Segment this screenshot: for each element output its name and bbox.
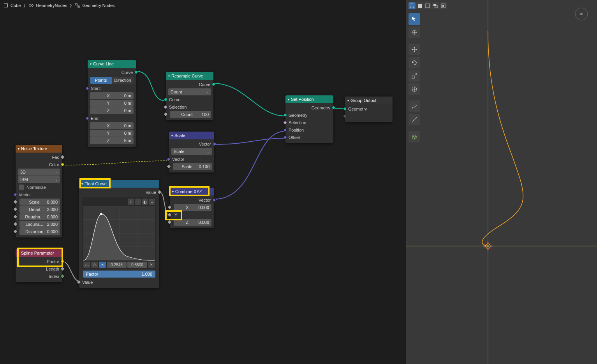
socket-float-in[interactable] xyxy=(167,220,172,225)
clip-icon[interactable]: ◐ xyxy=(142,199,148,205)
select-subtract-icon[interactable] xyxy=(440,2,447,9)
socket-vector-out[interactable] xyxy=(212,198,216,202)
mode-direction-button[interactable]: Direction xyxy=(112,77,134,84)
x-field[interactable]: X0.000 xyxy=(174,204,211,211)
node-set-position[interactable]: ▾ Set Position Geometry Geometry Selecti… xyxy=(285,95,333,143)
socket-float-in[interactable] xyxy=(13,199,18,204)
curve-widget[interactable]: + − ◐ ⌄ xyxy=(82,197,156,269)
socket-int-in[interactable] xyxy=(163,112,168,117)
crumb-nodetree[interactable]: Geometry Nodes xyxy=(75,3,114,8)
socket-bool-in[interactable] xyxy=(163,105,167,109)
node-header[interactable]: ▾ Noise Texture xyxy=(16,145,62,153)
socket-geometry-out[interactable] xyxy=(134,70,138,74)
node-header[interactable]: ▾ Combine XYZ xyxy=(170,188,214,195)
zoom-out-icon[interactable]: − xyxy=(135,199,141,205)
node-header[interactable]: ▾ Scale xyxy=(169,132,214,139)
socket-virtual-in[interactable] xyxy=(343,114,347,118)
tool-cursor[interactable] xyxy=(409,26,420,38)
node-combine-xyz[interactable]: ▾ Combine XYZ Vector X0.000 Y Z0.000 xyxy=(170,188,214,228)
curve-graph[interactable] xyxy=(83,206,155,260)
end-z-field[interactable]: Z5 m xyxy=(90,137,134,144)
checkbox-icon[interactable] xyxy=(19,185,24,190)
socket-bool-in[interactable] xyxy=(283,120,287,125)
lacunarity-field[interactable]: Lacuna...2.000 xyxy=(19,221,60,228)
socket-float-in[interactable] xyxy=(167,212,172,217)
node-group-output[interactable]: ▾ Group Output Geometry xyxy=(345,97,393,122)
tool-select-box[interactable] xyxy=(409,13,420,25)
node-header[interactable]: ▾ Set Position xyxy=(285,95,333,103)
socket-float-in[interactable] xyxy=(13,207,18,212)
socket-geometry-out[interactable] xyxy=(332,106,335,109)
node-editor-canvas[interactable]: ▾ Curve Line Curve Points Direction Star… xyxy=(0,12,406,364)
roughness-field[interactable]: Roughn...0.000 xyxy=(19,213,60,220)
tool-measure[interactable] xyxy=(409,114,420,125)
handle-vector-icon[interactable] xyxy=(91,262,98,268)
socket-float-in[interactable] xyxy=(13,214,18,219)
node-float-curve[interactable]: ▾ Float Curve Value + − ◐ ⌄ xyxy=(79,180,159,288)
node-header[interactable]: ▾ Float Curve xyxy=(79,180,159,188)
socket-vector-in[interactable] xyxy=(283,128,287,132)
socket-float-out[interactable] xyxy=(60,259,65,264)
select-none-icon[interactable] xyxy=(424,2,431,9)
socket-int-out[interactable] xyxy=(60,274,65,279)
viewport-nav-gizmo[interactable] xyxy=(574,7,588,21)
handle-auto-icon[interactable] xyxy=(83,262,90,268)
node-header[interactable]: ▾ Spline Parameter xyxy=(16,249,62,257)
factor-slider[interactable]: Factor 1.000 xyxy=(83,271,155,278)
detail-field[interactable]: Detail2.000 xyxy=(19,206,60,213)
select-extend-icon[interactable] xyxy=(432,2,439,9)
socket-vector-out[interactable] xyxy=(212,142,217,146)
start-x-field[interactable]: X0 m xyxy=(90,92,134,99)
socket-geometry-in[interactable] xyxy=(164,98,167,101)
node-curve-line[interactable]: ▾ Curve Line Curve Points Direction Star… xyxy=(88,60,136,147)
socket-float-in[interactable] xyxy=(166,164,171,169)
socket-float-in[interactable] xyxy=(13,229,18,234)
tool-annotate[interactable] xyxy=(409,100,420,112)
tool-add-primitive[interactable] xyxy=(409,131,420,142)
z-field[interactable]: Z0.000 xyxy=(174,219,211,226)
socket-float-out[interactable] xyxy=(157,190,162,195)
crumb-object[interactable]: Cube xyxy=(3,3,21,8)
end-x-field[interactable]: X0 m xyxy=(90,122,134,129)
socket-geometry-in[interactable] xyxy=(343,107,347,111)
point-y-field[interactable]: 0.8500 xyxy=(127,262,147,268)
socket-color-out[interactable] xyxy=(60,162,65,167)
tool-rotate[interactable] xyxy=(409,57,420,69)
select-all-icon[interactable] xyxy=(409,2,416,9)
handle-auto-clamped-icon[interactable] xyxy=(99,262,106,268)
socket-geometry-in[interactable] xyxy=(284,113,287,117)
socket-geometry-out[interactable] xyxy=(212,83,215,86)
scale-field[interactable]: Scale0.100 xyxy=(173,163,212,170)
op-select[interactable]: Scale⌄ xyxy=(171,148,212,155)
tools-menu-icon[interactable]: ⌄ xyxy=(149,199,155,205)
node-header[interactable]: ▾ Resample Curve xyxy=(166,72,213,80)
socket-float-in[interactable] xyxy=(13,222,18,227)
scale-field[interactable]: Scale8.000 xyxy=(19,199,60,206)
tool-scale[interactable] xyxy=(409,70,420,82)
normalize-checkbox-row[interactable]: Normalize xyxy=(17,183,61,191)
distortion-field[interactable]: Distortion0.000 xyxy=(19,228,60,235)
point-x-field[interactable]: 0.2545 xyxy=(107,262,127,268)
socket-float-out[interactable] xyxy=(60,266,65,271)
socket-float-in[interactable] xyxy=(167,205,172,210)
basis-select[interactable]: fBM⌄ xyxy=(18,176,60,183)
crumb-modifier[interactable]: GeometryNodes xyxy=(28,3,67,8)
mode-segmented[interactable]: Points Direction xyxy=(90,77,134,84)
node-header[interactable]: ▾ Curve Line xyxy=(88,60,136,68)
tool-transform[interactable] xyxy=(409,83,420,95)
socket-float-out[interactable] xyxy=(60,155,65,160)
socket-vector-in[interactable] xyxy=(13,192,17,197)
delete-point-icon[interactable]: ✕ xyxy=(148,262,155,268)
socket-vector-in[interactable] xyxy=(85,86,89,90)
node-noise-texture[interactable]: ▾ Noise Texture Fac Color 3D⌄ fBM⌄ Norma… xyxy=(16,145,62,237)
node-spline-parameter[interactable]: ▾ Spline Parameter Factor Length Index xyxy=(16,249,62,282)
select-invert-icon[interactable] xyxy=(416,2,423,9)
start-y-field[interactable]: Y0 m xyxy=(90,100,134,107)
zoom-in-icon[interactable]: + xyxy=(128,199,134,205)
node-resample-curve[interactable]: ▾ Resample Curve Curve Count⌄ Curve Sele… xyxy=(166,72,213,120)
viewport-3d[interactable] xyxy=(406,0,597,364)
tool-move[interactable] xyxy=(409,44,420,55)
end-y-field[interactable]: Y0 m xyxy=(90,130,134,137)
count-field[interactable]: Count100 xyxy=(170,111,211,118)
socket-float-in[interactable] xyxy=(76,280,81,285)
